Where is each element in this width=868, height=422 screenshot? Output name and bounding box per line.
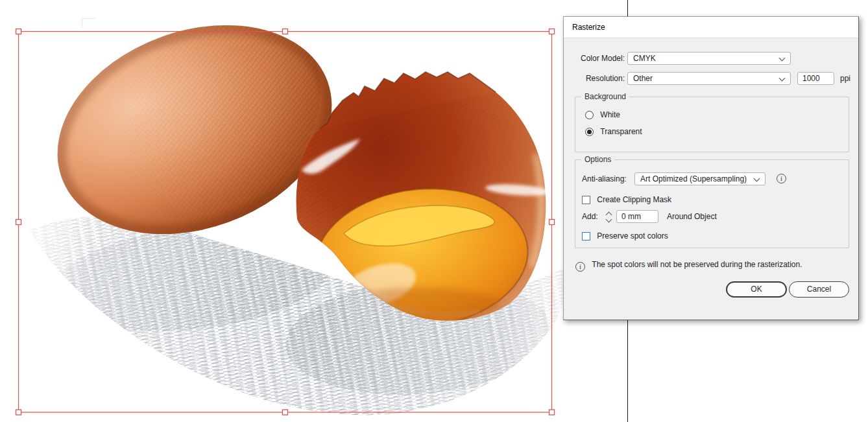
selection-handle: [283, 29, 288, 34]
background-legend: Background: [581, 92, 629, 101]
artboard-corner-mark: [82, 18, 95, 19]
background-transparent-option[interactable]: Transparent: [585, 125, 642, 138]
color-model-label: Color Model:: [564, 52, 625, 65]
color-model-value: CMYK: [633, 54, 656, 63]
dialog-titlebar: Rasterize: [564, 17, 858, 38]
clipping-mask-label: Create Clipping Mask: [597, 195, 671, 204]
chevron-down-icon: [754, 176, 760, 182]
stepper-down-icon[interactable]: [606, 217, 612, 223]
selection-handle: [549, 29, 555, 34]
rasterize-dialog: Rasterize Color Model: CMYK Resolution: …: [563, 16, 859, 320]
add-amount-input[interactable]: [616, 210, 658, 223]
background-group: Background White Transparent: [575, 97, 849, 152]
egg-illustration[interactable]: [0, 0, 628, 422]
preserve-spot-label: Preserve spot colors: [597, 231, 668, 240]
chevron-down-icon: [779, 75, 786, 82]
anti-aliasing-dropdown[interactable]: Art Optimized (Supersampling): [634, 172, 766, 185]
resolution-value: Other: [633, 74, 653, 83]
preserve-spot-option[interactable]: Preserve spot colors: [582, 229, 668, 242]
ok-button[interactable]: OK: [726, 281, 787, 298]
background-white-option[interactable]: White: [585, 108, 620, 121]
ppi-unit-label: ppi: [840, 72, 850, 85]
resolution-dropdown[interactable]: Other: [627, 72, 791, 85]
info-message-row: i The spot colors will not be preserved …: [575, 258, 854, 271]
resolution-label: Resolution:: [564, 72, 625, 85]
options-legend: Options: [581, 155, 614, 164]
radio-white-label: White: [600, 110, 620, 119]
selection-handle: [283, 410, 288, 415]
anti-aliasing-label: Anti-aliasing:: [582, 174, 627, 183]
info-message: The spot colors will not be preserved du…: [592, 260, 802, 269]
options-group: Options Anti-aliasing: Art Optimized (Su…: [575, 159, 849, 248]
clipping-mask-checkbox[interactable]: [582, 196, 590, 204]
selection-handle: [549, 220, 555, 225]
chevron-down-icon: [779, 55, 786, 62]
artboard-corner-mark: [82, 18, 82, 28]
app-stage: Rasterize Color Model: CMYK Resolution: …: [0, 0, 868, 422]
add-stepper[interactable]: [605, 210, 613, 223]
info-icon: i: [575, 262, 585, 272]
anti-aliasing-value: Art Optimized (Supersampling): [640, 174, 747, 183]
color-model-dropdown[interactable]: CMYK: [627, 52, 791, 65]
selection-handle: [16, 220, 21, 225]
preserve-spot-checkbox[interactable]: [582, 232, 590, 240]
selection-handle: [16, 410, 21, 415]
cancel-button[interactable]: Cancel: [789, 281, 849, 298]
dialog-title: Rasterize: [572, 23, 605, 32]
add-label: Add:: [582, 212, 598, 221]
clipping-mask-option[interactable]: Create Clipping Mask: [582, 193, 671, 206]
radio-white[interactable]: [585, 111, 594, 119]
selection-handle: [16, 29, 21, 34]
ppi-input[interactable]: [797, 72, 834, 85]
selection-handle: [549, 410, 555, 415]
radio-transparent-label: Transparent: [600, 127, 642, 136]
around-object-label: Around Object: [667, 210, 717, 223]
info-icon: i: [777, 174, 786, 183]
radio-transparent[interactable]: [585, 128, 594, 136]
